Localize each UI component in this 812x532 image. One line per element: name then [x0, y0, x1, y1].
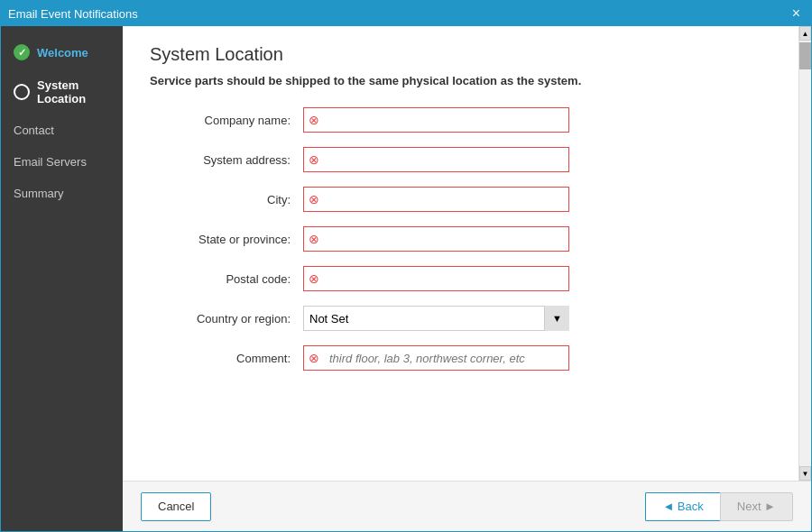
field-row-state-province: State or province: ⊗: [150, 226, 771, 252]
sidebar-item-email-servers[interactable]: Email Servers: [1, 146, 123, 178]
select-wrapper-country-region: Not Set ▼: [303, 306, 569, 331]
sidebar-item-summary-label: Summary: [14, 187, 64, 200]
label-country-region: Country or region:: [150, 312, 303, 326]
label-comment: Comment:: [150, 352, 303, 365]
sidebar-item-summary[interactable]: Summary: [1, 178, 123, 209]
window-title: Email Event Notifications: [8, 7, 138, 21]
company-name-input[interactable]: [303, 107, 569, 133]
sidebar-item-contact[interactable]: Contact: [1, 115, 123, 146]
label-city: City:: [150, 193, 303, 206]
sidebar-item-system-location[interactable]: System Location: [1, 69, 123, 115]
field-row-system-address: System address: ⊗: [150, 147, 771, 172]
sidebar-item-welcome-label: Welcome: [37, 46, 88, 60]
title-bar: Email Event Notifications ×: [1, 1, 811, 26]
input-wrapper-state-province: ⊗: [303, 226, 569, 252]
system-location-icon: [14, 84, 30, 100]
input-wrapper-city: ⊗: [303, 187, 569, 212]
next-button[interactable]: Next ►: [720, 492, 793, 521]
field-row-comment: Comment: ⊗: [150, 345, 771, 371]
label-system-address: System address:: [150, 153, 303, 167]
page-title: System Location: [150, 44, 771, 65]
city-input[interactable]: [303, 187, 569, 212]
footer-nav-buttons: ◄ Back Next ►: [645, 492, 793, 521]
cancel-button[interactable]: Cancel: [141, 492, 211, 521]
sidebar-item-system-location-label: System Location: [37, 78, 110, 105]
scrollbar: ▲ ▼: [798, 26, 811, 481]
scroll-down-button[interactable]: ▼: [799, 466, 811, 481]
sidebar-item-email-servers-label: Email Servers: [14, 155, 87, 169]
label-state-province: State or province:: [150, 233, 303, 246]
input-wrapper-company-name: ⊗: [303, 107, 569, 133]
close-button[interactable]: ×: [789, 5, 804, 23]
back-button[interactable]: ◄ Back: [645, 492, 719, 521]
field-row-country-region: Country or region: Not Set ▼: [150, 306, 771, 331]
field-row-city: City: ⊗: [150, 187, 771, 212]
scroll-up-button[interactable]: ▲: [799, 26, 811, 41]
country-region-select[interactable]: Not Set: [303, 306, 569, 331]
input-wrapper-comment: ⊗: [303, 345, 569, 371]
input-wrapper-postal-code: ⊗: [303, 266, 569, 291]
state-province-input[interactable]: [303, 226, 569, 252]
sidebar: ✓ Welcome System Location Contact Email …: [1, 26, 123, 531]
right-pane: System Location Service parts should be …: [123, 26, 811, 531]
content-area: System Location Service parts should be …: [123, 26, 798, 481]
label-postal-code: Postal code:: [150, 272, 303, 286]
sidebar-item-welcome[interactable]: ✓ Welcome: [1, 35, 123, 69]
footer: Cancel ◄ Back Next ►: [123, 481, 811, 531]
field-row-postal-code: Postal code: ⊗: [150, 266, 771, 291]
postal-code-input[interactable]: [303, 266, 569, 291]
form-description: Service parts should be shipped to the s…: [150, 74, 771, 87]
sidebar-item-contact-label: Contact: [14, 124, 54, 137]
scroll-track: [799, 41, 811, 466]
comment-input[interactable]: [303, 345, 569, 371]
scroll-thumb[interactable]: [799, 42, 811, 69]
system-address-input[interactable]: [303, 147, 569, 172]
input-wrapper-system-address: ⊗: [303, 147, 569, 172]
label-company-name: Company name:: [150, 114, 303, 127]
main-window: Email Event Notifications × ✓ Welcome Sy…: [0, 0, 812, 532]
field-row-company-name: Company name: ⊗: [150, 107, 771, 133]
main-content: ✓ Welcome System Location Contact Email …: [1, 26, 811, 531]
welcome-icon: ✓: [14, 44, 30, 60]
